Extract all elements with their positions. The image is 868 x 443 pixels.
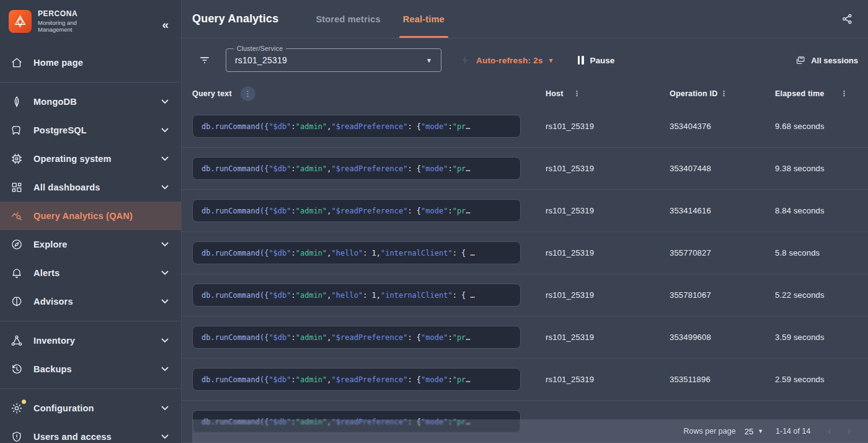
page-header: Query Analytics Stored metrics Real-time	[182, 0, 868, 38]
pause-label: Pause	[590, 56, 615, 65]
code-segment: "$db"	[268, 207, 291, 215]
sidebar-item-backups[interactable]: Backups	[0, 355, 181, 383]
next-page-icon[interactable]: ›	[848, 426, 851, 436]
column-menu-icon[interactable]: ⋮	[838, 90, 851, 97]
code-segment: "admin"	[296, 122, 327, 131]
chevron-down-icon	[161, 271, 169, 275]
table-row[interactable]: db.runCommand({ "$db": "admin", "$readPr…	[182, 316, 868, 359]
nodes-icon	[10, 334, 24, 347]
code-segment: :	[448, 375, 452, 384]
elapsed-time-cell: 5.8 seconds	[775, 248, 868, 257]
query-text-cell[interactable]: db.runCommand({ "$db": "admin", "hello":…	[192, 284, 521, 307]
code-segment: : 1,	[363, 291, 381, 300]
table-row[interactable]: db.runCommand({ "$db": "admin", "$readPr…	[182, 105, 868, 148]
table-row[interactable]: db.runCommand({ "$db": "admin", "hello":…	[182, 232, 868, 274]
sidebar-item-mongodb[interactable]: MongoDB	[0, 87, 181, 116]
code-segment: "internalClient"	[381, 291, 453, 300]
chevron-down-icon	[161, 185, 169, 190]
sidebar-item-home-page[interactable]: Home page	[0, 48, 181, 77]
table-row[interactable]: db.runCommand({ "$db": "admin", "$readPr…	[182, 359, 868, 401]
table-row[interactable]: db.runCommand({ "$db": "admin", "$readPr…	[182, 190, 868, 232]
host-cell: rs101_25319	[546, 122, 670, 131]
pause-button[interactable]: Pause	[578, 56, 615, 65]
percona-logo-icon[interactable]	[9, 10, 32, 33]
all-sessions-button[interactable]: All sessions	[795, 55, 858, 66]
sidebar-item-users-and-access[interactable]: Users and access	[0, 423, 181, 443]
auto-refresh-dropdown[interactable]: Auto-refresh: 2s ▼	[476, 56, 554, 65]
code-segment: : {	[407, 375, 421, 384]
code-segment: : 1,	[363, 249, 381, 257]
query-text-cell[interactable]: db.runCommand({ "$db": "admin", "hello":…	[192, 241, 521, 264]
sidebar-item-query-analytics-qan[interactable]: Query Analytics (QAN)	[0, 202, 181, 230]
host-cell: rs101_25319	[546, 290, 670, 300]
sidebar-item-label: Advisors	[33, 297, 161, 307]
previous-page-icon[interactable]: ‹	[828, 426, 831, 436]
column-header-operation-id[interactable]: Operation ID⋮	[670, 89, 775, 98]
sidebar-item-operating-system[interactable]: Operating system	[0, 145, 181, 173]
column-header-elapsed-time[interactable]: Elapsed time⋮	[775, 89, 868, 98]
code-segment: "admin"	[296, 375, 327, 384]
tab-real-time[interactable]: Real-time	[392, 0, 456, 38]
sidebar-item-label: MongoDB	[33, 97, 161, 107]
sidebar-item-label: PostgreSQL	[33, 125, 161, 135]
column-header-query-text[interactable]: Query text	[192, 89, 232, 98]
chevron-down-icon: ▼	[758, 428, 763, 434]
operation-id-cell: 353511896	[670, 375, 775, 384]
sidebar-item-all-dashboards[interactable]: All dashboards	[0, 173, 181, 202]
tab-stored-metrics[interactable]: Stored metrics	[304, 0, 391, 38]
sidebar-item-explore[interactable]: Explore	[0, 230, 181, 259]
code-segment: …	[466, 375, 470, 384]
sidebar: PERCONA Monitoring and Management « Home…	[0, 0, 182, 443]
sidebar-item-postgresql[interactable]: PostgreSQL	[0, 116, 181, 145]
filter-icon[interactable]	[192, 54, 217, 66]
sidebar-item-inventory[interactable]: Inventory	[0, 326, 181, 355]
sidebar-item-label: Home page	[33, 58, 169, 68]
sidebar-item-alerts[interactable]: Alerts	[0, 259, 181, 287]
column-menu-icon[interactable]: ⋮	[717, 90, 730, 97]
cluster-service-select-value: rs101_25319	[235, 55, 287, 65]
column-header-host[interactable]: Host⋮	[546, 89, 670, 98]
code-segment: :	[448, 164, 452, 173]
code-segment: : {	[407, 122, 421, 131]
code-segment: "admin"	[296, 291, 327, 300]
code-segment: :	[291, 291, 296, 300]
table-row[interactable]: db.runCommand({ "$db": "admin", "$readPr…	[182, 148, 868, 190]
logo-subtitle: Monitoring and Management	[38, 20, 94, 34]
rows-per-page-select[interactable]: 25 ▼	[745, 427, 763, 436]
code-segment: : {	[407, 207, 421, 215]
sessions-layers-icon	[795, 55, 805, 66]
code-segment: db.runCommand({	[202, 375, 268, 384]
chevron-down-icon	[161, 156, 169, 161]
code-segment: :	[291, 375, 296, 384]
sidebar-item-label: Configuration	[33, 403, 161, 413]
code-segment: "mode"	[421, 207, 448, 215]
pause-icon	[578, 56, 584, 65]
code-segment: :	[291, 207, 296, 215]
toolbar: Cluster/Service rs101_25319 ▼ Auto-refre…	[182, 38, 868, 82]
sidebar-item-configuration[interactable]: Configuration	[0, 394, 181, 423]
code-segment: ,	[327, 249, 331, 257]
chevron-down-icon	[161, 242, 169, 247]
query-text-cell[interactable]: db.runCommand({ "$db": "admin", "$readPr…	[192, 368, 521, 391]
code-segment: "admin"	[296, 207, 327, 215]
column-menu-icon[interactable]: ⋮	[571, 90, 583, 97]
sidebar-item-advisors[interactable]: Advisors	[0, 287, 181, 316]
code-segment: …	[466, 207, 470, 215]
logo-title: PERCONA	[38, 10, 94, 19]
query-text-cell[interactable]: db.runCommand({ "$db": "admin", "$readPr…	[192, 326, 521, 349]
code-segment: "pr	[453, 164, 466, 173]
query-text-cell[interactable]: db.runCommand({ "$db": "admin", "$readPr…	[192, 157, 521, 180]
query-text-cell[interactable]: db.runCommand({ "$db": "admin", "$readPr…	[192, 115, 521, 138]
sidebar-collapse-icon[interactable]: «	[162, 19, 167, 30]
pagination-nav: ‹ ›	[828, 426, 857, 436]
share-icon[interactable]	[841, 13, 853, 25]
cluster-service-select[interactable]: Cluster/Service rs101_25319 ▼	[226, 48, 441, 72]
column-menu-icon[interactable]: ⋮	[241, 86, 255, 101]
code-segment: "mode"	[421, 164, 448, 173]
sidebar-item-label: Query Analytics (QAN)	[33, 211, 169, 221]
query-text-cell[interactable]: db.runCommand({ "$db": "admin", "$readPr…	[192, 199, 521, 222]
table-row[interactable]: db.runCommand({ "$db": "admin", "hello":…	[182, 274, 868, 316]
code-segment: : {	[407, 164, 421, 173]
code-segment: :	[448, 333, 452, 342]
code-segment: "pr	[453, 207, 466, 215]
